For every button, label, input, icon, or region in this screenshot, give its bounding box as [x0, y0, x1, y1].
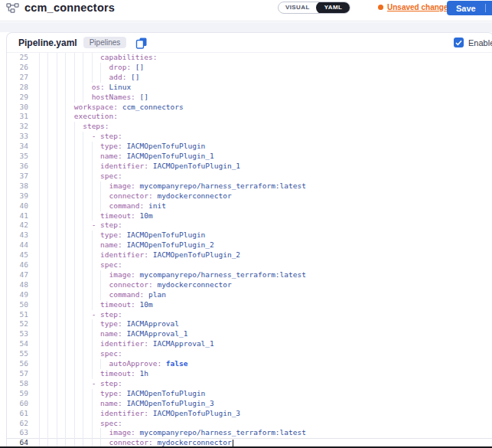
- code-line[interactable]: 45identifier: IACMOpenTofuPlugin_2: [7, 250, 492, 260]
- code-line[interactable]: 50timeout: 10m: [7, 300, 492, 310]
- code-line[interactable]: 31execution:: [7, 112, 492, 122]
- indent-guide: [47, 300, 56, 310]
- save-split-button: Save ⌄: [447, 1, 492, 15]
- indent-guide: [57, 260, 65, 270]
- indent-guide: [57, 389, 65, 399]
- indent-guide: [65, 63, 73, 73]
- code-line[interactable]: 60name: IACMOpenTofuPlugin_3: [7, 399, 492, 409]
- indent-guide: [39, 142, 47, 152]
- unsaved-dot-icon: [378, 5, 383, 10]
- indent-guide: [39, 428, 47, 438]
- indent-guide: [74, 221, 83, 231]
- code-line[interactable]: 28os: Linux: [7, 83, 492, 93]
- code-line[interactable]: 61identifier: IACMOpenTofuPlugin_3: [7, 409, 492, 419]
- line-number: 54: [7, 339, 28, 349]
- indent-guide: [47, 240, 56, 250]
- save-button[interactable]: Save: [447, 1, 485, 15]
- code-line[interactable]: 44name: IACMOpenTofuPlugin_2: [7, 240, 492, 250]
- indent-guide: [47, 379, 56, 389]
- indent-guide: [83, 359, 91, 369]
- indent-guide: [65, 359, 73, 369]
- indent-guide: [65, 280, 73, 290]
- toggle-yaml-button[interactable]: YAML: [316, 2, 351, 14]
- code-line[interactable]: 55spec:: [7, 349, 492, 359]
- line-number: 27: [7, 73, 28, 83]
- line-number: 29: [7, 93, 28, 103]
- code-line[interactable]: 39connector: mydockerconnector: [7, 191, 492, 201]
- code-line[interactable]: 57timeout: 1h: [7, 369, 492, 379]
- code-line[interactable]: 51- step:: [7, 310, 492, 320]
- indent-guide: [83, 379, 91, 389]
- code-line[interactable]: 46spec:: [7, 260, 492, 270]
- indent-guide: [39, 359, 47, 369]
- indent-guide: [92, 270, 100, 280]
- toggle-visual-button[interactable]: VISUAL: [279, 2, 317, 13]
- copy-yaml-button[interactable]: [135, 37, 148, 49]
- yaml-code-editor[interactable]: 25capabilities:26drop: []27add: []28os: …: [7, 53, 492, 448]
- indent-guide: [39, 231, 47, 240]
- indent-guide: [92, 152, 100, 162]
- indent-guide: [57, 191, 65, 201]
- line-number: 56: [7, 359, 28, 369]
- code-line[interactable]: 37spec:: [7, 172, 492, 181]
- indent-guide: [57, 142, 65, 152]
- indent-guide: [39, 260, 47, 270]
- indent-guide: [65, 201, 73, 211]
- save-options-chevron-down-icon[interactable]: ⌄: [486, 1, 492, 15]
- code-line[interactable]: 30workspace: ccm_connectors: [7, 103, 492, 113]
- code-line[interactable]: 54identifier: IACMApproval_1: [7, 339, 492, 349]
- code-line[interactable]: 42- step:: [7, 221, 492, 231]
- indent-guide: [74, 300, 83, 310]
- code-line[interactable]: 59type: IACMOpenTofuPlugin: [7, 389, 492, 399]
- indent-guide: [92, 63, 100, 73]
- indent-guide: [100, 290, 109, 300]
- indent-guide: [57, 93, 65, 103]
- code-line[interactable]: 25capabilities:: [7, 53, 492, 63]
- code-line[interactable]: 27add: []: [7, 73, 492, 83]
- code-line[interactable]: 43type: IACMOpenTofuPlugin: [7, 231, 492, 240]
- enable-checkbox[interactable]: [454, 38, 464, 47]
- code-line[interactable]: 35name: IACMOpenTofuPlugin_1: [7, 152, 492, 162]
- code-line[interactable]: 36identifier: IACMOpenTofuPlugin_1: [7, 162, 492, 172]
- code-line[interactable]: 49command: plan: [7, 290, 492, 300]
- indent-guide: [47, 389, 56, 399]
- code-line[interactable]: 52type: IACMApproval: [7, 319, 492, 329]
- indent-guide: [83, 211, 91, 221]
- code-line[interactable]: 53name: IACMApproval_1: [7, 329, 492, 339]
- indent-guide: [74, 319, 83, 329]
- indent-guide: [57, 231, 65, 240]
- indent-guide: [92, 280, 100, 290]
- code-line[interactable]: 47image: mycompanyrepo/harness_terraform…: [7, 270, 492, 280]
- code-line[interactable]: 32steps:: [7, 122, 492, 132]
- indent-guide: [74, 329, 83, 339]
- code-line[interactable]: 40command: init: [7, 201, 492, 211]
- code-line[interactable]: 62spec:: [7, 419, 492, 429]
- indent-guide: [47, 399, 56, 409]
- line-number: 48: [7, 280, 28, 290]
- line-number: 50: [7, 300, 28, 310]
- code-line[interactable]: 33- step:: [7, 132, 492, 142]
- code-line[interactable]: 63image: mycompanyrepo/harness_terraform…: [7, 428, 492, 438]
- code-line[interactable]: 41timeout: 10m: [7, 211, 492, 221]
- indent-guide: [39, 112, 47, 122]
- indent-guide: [65, 172, 73, 181]
- indent-guide: [39, 300, 47, 310]
- code-line[interactable]: 38image: mycompanyrepo/harness_terraform…: [7, 181, 492, 191]
- indent-guide: [65, 250, 73, 260]
- code-line[interactable]: 48connector: mydockerconnector: [7, 280, 492, 290]
- indent-guide: [47, 319, 56, 329]
- code-line[interactable]: 34type: IACMOpenTofuPlugin: [7, 142, 492, 152]
- code-line[interactable]: 56autoApprove: false: [7, 359, 492, 369]
- code-line[interactable]: 29hostNames: []: [7, 93, 492, 103]
- indent-guide: [57, 399, 65, 409]
- code-line[interactable]: 26drop: []: [7, 63, 492, 73]
- indent-guide: [65, 290, 73, 300]
- indent-guide: [39, 221, 47, 231]
- code-line[interactable]: 58- step:: [7, 379, 492, 389]
- header-spacer: [0, 22, 492, 32]
- indent-guide: [39, 389, 47, 399]
- unsaved-changes-link[interactable]: Unsaved changes: [378, 3, 452, 11]
- indent-guide: [57, 310, 65, 320]
- indent-guide: [65, 310, 73, 320]
- indent-guide: [57, 359, 65, 369]
